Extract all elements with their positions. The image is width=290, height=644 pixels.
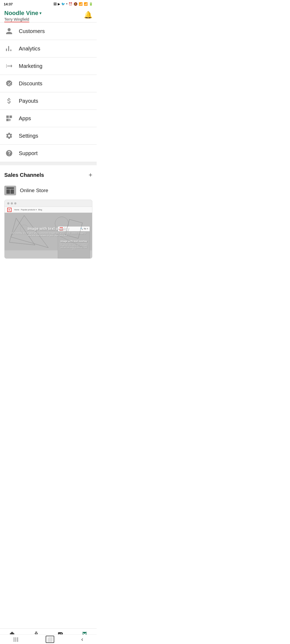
preview-nav-links: Home Popular products ▾ Blog (14, 209, 42, 211)
sales-channels-section: Sales Channels + (0, 165, 97, 183)
notification-bell-icon[interactable]: 🔔 (84, 11, 92, 19)
payouts-label: Payouts (19, 98, 38, 104)
apps-label: Apps (19, 115, 31, 122)
online-store-item[interactable]: Online Store (0, 183, 97, 200)
sidebar-item-support[interactable]: Support (0, 145, 97, 162)
bottom-spacer (0, 259, 97, 291)
section-gap (0, 162, 97, 165)
status-icons: 🖼 ▶ 🐦 • ⏰ 🔕 📶 📶 🔋 (53, 2, 93, 6)
store-icon (4, 186, 16, 195)
sidebar-item-discounts[interactable]: Discounts (0, 75, 97, 92)
dropdown-arrow-icon: ▾ (39, 11, 41, 15)
preview-content-area: Image with text overlay Use overlay text… (5, 213, 92, 250)
status-time: 14:37 (4, 2, 13, 6)
support-label: Support (19, 150, 38, 156)
sidebar-item-analytics[interactable]: Analytics (0, 40, 97, 57)
user-name: Terry Wingfield (4, 17, 41, 22)
store-name-text: Noodle Vine (4, 10, 38, 17)
twitter-icon: 🐦 (61, 2, 65, 6)
wifi-icon: 📶 (79, 2, 83, 6)
nav-menu: Customers Analytics Marketing Discounts (0, 23, 97, 162)
apps-icon (4, 115, 14, 122)
settings-label: Settings (19, 133, 38, 139)
browser-dot-3 (14, 202, 16, 204)
add-sales-channel-button[interactable]: + (89, 171, 92, 179)
photo-icon: 🖼 (53, 2, 57, 6)
sidebar-item-customers[interactable]: Customers (0, 23, 97, 40)
discounts-label: Discounts (19, 80, 42, 87)
customers-label: Customers (19, 28, 45, 34)
discounts-icon (4, 80, 14, 87)
preview-decoration (5, 213, 92, 250)
alarm-icon: ⏰ (68, 2, 73, 6)
browser-dot-2 (11, 202, 13, 204)
dot-icon: • (66, 2, 67, 6)
sidebar-item-settings[interactable]: Settings (0, 127, 97, 145)
marketing-label: Marketing (19, 63, 42, 69)
browser-dot-1 (7, 202, 9, 204)
svg-rect-0 (6, 187, 14, 189)
svg-marker-3 (9, 218, 35, 245)
online-store-label: Online Store (20, 188, 48, 193)
nav-link-products: Popular products ▾ (21, 209, 37, 211)
svg-rect-1 (6, 189, 10, 194)
mute-icon: 🔕 (74, 2, 78, 6)
sales-channels-title: Sales Channels (4, 172, 44, 178)
sidebar-item-payouts[interactable]: Payouts (0, 92, 97, 110)
status-bar: 14:37 🖼 ▶ 🐦 • ⏰ 🔕 📶 📶 🔋 (0, 0, 97, 8)
header: Noodle Vine ▾ Terry Wingfield 🔔 (0, 8, 97, 22)
analytics-icon (4, 45, 14, 52)
battery-icon: 🔋 (89, 2, 93, 6)
video-icon: ▶ (58, 2, 60, 6)
sys-nav-spacer (0, 291, 97, 307)
nav-link-blog: Blog (38, 209, 42, 211)
payouts-icon (4, 97, 14, 105)
preview-overlay-sub: Use overlay text to give your customers … (5, 232, 92, 237)
preview-nav-bar: K Home Popular products ▾ Blog (5, 207, 92, 213)
support-icon (4, 149, 14, 157)
svg-rect-2 (10, 189, 14, 194)
person-icon (4, 27, 14, 35)
browser-bar (5, 200, 92, 207)
signal-icon: 📶 (84, 2, 88, 6)
marketing-icon (4, 62, 14, 70)
nav-link-home: Home (14, 209, 19, 211)
store-name-button[interactable]: Noodle Vine ▾ (4, 10, 41, 17)
sidebar-item-apps[interactable]: Apps (0, 110, 97, 127)
preview-overlay-text: Image with text overlay (28, 226, 69, 231)
store-preview-card[interactable]: K Home Popular products ▾ Blog Image wit… (4, 200, 92, 259)
settings-icon (4, 132, 14, 140)
preview-logo-icon: K (7, 208, 12, 212)
analytics-label: Analytics (19, 46, 40, 52)
header-left: Noodle Vine ▾ Terry Wingfield (4, 10, 41, 22)
sidebar-item-marketing[interactable]: Marketing (0, 57, 97, 75)
